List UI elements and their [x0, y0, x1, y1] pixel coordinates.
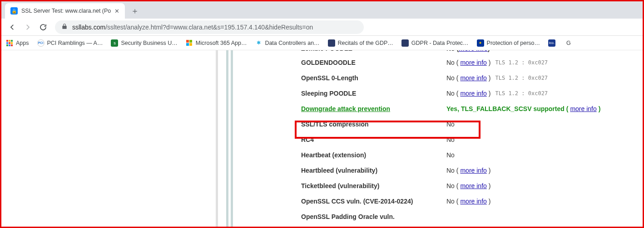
reload-button[interactable] — [37, 21, 50, 34]
bookmark-favicon: s — [111, 39, 118, 47]
row-value: No (more info) — [446, 167, 490, 174]
table-row-cut: Zombie POODLENo (more info)TLS 1.2 : 0xc… — [301, 50, 638, 55]
address-bar[interactable]: ssllabs.com/ssltest/analyze.html?d=www.c… — [55, 20, 364, 34]
row-label: Downgrade attack prevention — [301, 105, 446, 112]
bookmark-label: GDPR - Data Protec… — [411, 40, 469, 46]
bookmark-item[interactable]: sSecurity Business U… — [111, 39, 177, 47]
bookmark-favicon — [401, 39, 409, 47]
divider — [231, 50, 233, 227]
more-info-link[interactable]: more info — [460, 182, 486, 189]
table-row: Ticketbleed (vulnerability)No (more info… — [301, 178, 638, 194]
table-row: OpenSSL 0-LengthNo (more info)TLS 1.2 : … — [301, 70, 638, 86]
row-meta: TLS 1.2 : 0xc027 — [495, 59, 548, 66]
close-tab-icon[interactable]: ✕ — [114, 8, 119, 15]
bookmark-item[interactable]: ico. — [548, 39, 558, 47]
row-label: RC4 — [301, 136, 446, 143]
url-text: ssllabs.com/ssltest/analyze.html?d=www.c… — [72, 24, 313, 31]
tab-title: SSL Server Test: www.clara.net (Po — [21, 8, 111, 14]
more-info-link[interactable]: more info — [460, 167, 486, 174]
bookmark-label: Data Controllers an… — [265, 40, 319, 46]
bookmark-favicon: ico. — [548, 39, 555, 47]
results-table: Zombie POODLENo (more info)TLS 1.2 : 0xc… — [301, 50, 638, 224]
browser-tab[interactable]: 🔒 SSL Server Test: www.clara.net (Po ✕ — [5, 3, 125, 19]
row-meta: TLS 1.2 : 0xc027 — [495, 90, 548, 97]
row-label: Ticketbleed (vulnerability) — [301, 182, 446, 189]
row-label: Sleeping POODLE — [301, 90, 446, 97]
divider — [216, 50, 218, 227]
more-info-link[interactable]: more info — [460, 74, 486, 82]
bookmark-favicon: ✱ — [255, 39, 262, 47]
bookmark-label: Recitals of the GDP… — [338, 40, 393, 46]
table-row: Heartbeat (extension)No — [301, 147, 638, 163]
bookmark-item[interactable]: Microsoft 365 App… — [186, 39, 247, 47]
bookmark-item[interactable]: GDPR - Data Protec… — [401, 39, 469, 47]
row-meta: TLS 1.2 : 0xc027 — [495, 75, 548, 81]
bookmark-label: Apps — [16, 40, 29, 46]
row-label: SSL/TLS compression — [301, 121, 446, 128]
divider — [226, 50, 228, 227]
row-value: No — [446, 121, 455, 128]
bookmark-label: Protection of perso… — [487, 40, 540, 46]
bookmark-favicon — [328, 39, 335, 47]
row-value: No — [446, 151, 455, 159]
tab-strip: 🔒 SSL Server Test: www.clara.net (Po ✕ ＋ — [1, 1, 643, 19]
more-info-link[interactable]: more info — [460, 59, 486, 66]
bookmark-item[interactable]: ✱Data Controllers an… — [255, 39, 319, 47]
browser-toolbar: ssllabs.com/ssltest/analyze.html?d=www.c… — [1, 19, 643, 36]
page-content: Zombie POODLENo (more info)TLS 1.2 : 0xc… — [1, 50, 643, 227]
bookmark-item[interactable]: PCIPCI Ramblings — A… — [37, 39, 103, 47]
more-info-link[interactable]: more info — [460, 90, 486, 97]
back-button[interactable] — [6, 21, 19, 34]
table-row: Sleeping POODLENo (more info)TLS 1.2 : 0… — [301, 86, 638, 101]
lock-icon — [61, 23, 68, 31]
table-row: OpenSSL Padding Oracle vuln. — [301, 209, 638, 224]
row-value: Yes, TLS_FALLBACK_SCSV supported (more i… — [446, 105, 600, 112]
bookmark-favicon: ★ — [477, 39, 484, 47]
bookmark-favicon — [186, 39, 193, 47]
bookmark-item[interactable]: Apps — [6, 39, 29, 47]
table-row: Downgrade attack preventionYes, TLS_FALL… — [301, 101, 638, 116]
row-label: OpenSSL CCS vuln. (CVE-2014-0224) — [301, 198, 446, 205]
bookmark-label: Microsoft 365 App… — [196, 40, 247, 46]
table-row: OpenSSL CCS vuln. (CVE-2014-0224)No (mor… — [301, 194, 638, 209]
row-label: OpenSSL 0-Length — [301, 74, 446, 82]
bookmark-favicon — [6, 39, 13, 47]
table-row: SSL/TLS compressionNo — [301, 116, 638, 132]
bookmark-label: Security Business U… — [121, 40, 177, 46]
bookmark-favicon: PCI — [37, 39, 45, 47]
forward-button[interactable] — [21, 21, 34, 34]
bookmark-label: PCI Ramblings — A… — [47, 40, 103, 46]
row-value: No — [446, 136, 455, 143]
bookmark-item[interactable]: G — [566, 40, 571, 46]
bookmark-item[interactable]: Recitals of the GDP… — [328, 39, 393, 47]
table-row: Heartbleed (vulnerability)No (more info) — [301, 163, 638, 178]
row-label: OpenSSL Padding Oracle vuln. — [301, 213, 446, 220]
table-row: RC4No — [301, 132, 638, 147]
more-info-link[interactable]: more info — [460, 198, 486, 205]
row-value: No (more info) — [446, 182, 490, 189]
row-label: Heartbleed (vulnerability) — [301, 167, 446, 174]
row-label: GOLDENDOODLE — [301, 59, 446, 66]
row-value: No (more info) — [446, 74, 490, 82]
more-info-link[interactable]: more info — [570, 105, 596, 112]
row-label: Heartbeat (extension) — [301, 151, 446, 159]
row-value: No (more info) — [446, 59, 490, 66]
row-value: No (more info) — [446, 90, 490, 97]
new-tab-button[interactable]: ＋ — [129, 5, 141, 17]
bookmarks-bar: AppsPCIPCI Ramblings — A…sSecurity Busin… — [1, 36, 643, 50]
table-row: GOLDENDOODLENo (more info)TLS 1.2 : 0xc0… — [301, 55, 638, 70]
bookmark-item[interactable]: ★Protection of perso… — [477, 39, 540, 47]
row-value: No (more info) — [446, 198, 490, 205]
lock-favicon: 🔒 — [10, 7, 18, 15]
